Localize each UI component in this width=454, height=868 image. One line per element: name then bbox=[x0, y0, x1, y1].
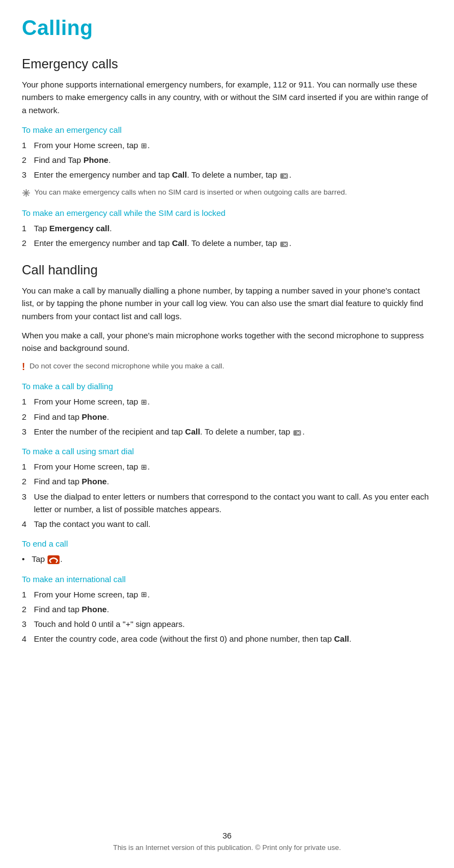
subsection-heading-smart-dial: To make a call using smart dial bbox=[22, 447, 432, 456]
call-handling-para-2: When you make a call, your phone's main … bbox=[22, 329, 432, 355]
step-1: 1 From your Home screen, tap ⊞. bbox=[22, 395, 432, 408]
end-call-steps: • Tap . bbox=[22, 553, 432, 565]
step-2: 2 Find and tap Phone. bbox=[22, 475, 432, 488]
apps-grid-icon: ⊞ bbox=[141, 140, 147, 151]
delete-icon bbox=[280, 171, 288, 180]
section-heading-call-handling: Call handling bbox=[22, 262, 432, 278]
smart-dial-steps: 1 From your Home screen, tap ⊞. 2 Find a… bbox=[22, 460, 432, 530]
footer-copyright: This is an Internet version of this publ… bbox=[0, 843, 454, 852]
delete-icon-3 bbox=[293, 428, 302, 437]
page-footer: 36 This is an Internet version of this p… bbox=[0, 831, 454, 852]
page-container: Calling Emergency calls Your phone suppo… bbox=[0, 0, 454, 684]
international-call-steps: 1 From your Home screen, tap ⊞. 2 Find a… bbox=[22, 588, 432, 646]
subsection-heading-end-call: To end a call bbox=[22, 539, 432, 548]
warning-box-microphone: ! Do not cover the second microphone whi… bbox=[22, 361, 432, 373]
step-3: 3 Enter the emergency number and tap Cal… bbox=[22, 168, 432, 181]
subsection-heading-international: To make an international call bbox=[22, 574, 432, 584]
subsection-heading-emergency-call: To make an emergency call bbox=[22, 125, 432, 134]
section-heading-emergency: Emergency calls bbox=[22, 56, 432, 72]
warning-text: Do not cover the second microphone while… bbox=[30, 361, 224, 372]
step-4: 4 Enter the country code, area code (wit… bbox=[22, 632, 432, 645]
warning-icon: ! bbox=[22, 361, 25, 373]
step-2: 2 Enter the emergency number and tap Cal… bbox=[22, 237, 432, 249]
step-3: 3 Touch and hold 0 until a "+" sign appe… bbox=[22, 618, 432, 630]
tip-icon: ✳ bbox=[22, 187, 30, 200]
step-1: 1 From your Home screen, tap ⊞. bbox=[22, 588, 432, 601]
step-2: 2 Find and Tap Phone. bbox=[22, 154, 432, 166]
end-call-item: • Tap . bbox=[22, 553, 432, 565]
emergency-call-steps: 1 From your Home screen, tap ⊞. 2 Find a… bbox=[22, 139, 432, 181]
delete-icon-2 bbox=[280, 239, 288, 248]
call-handling-para-1: You can make a call by manually dialling… bbox=[22, 284, 432, 322]
step-2: 2 Find and tap Phone. bbox=[22, 603, 432, 615]
step-3: 3 Enter the number of the recipient and … bbox=[22, 425, 432, 438]
end-call-icon bbox=[47, 554, 60, 564]
subsection-heading-sim-locked: To make an emergency call while the SIM … bbox=[22, 208, 432, 218]
page-number: 36 bbox=[0, 831, 454, 840]
step-3: 3 Use the dialpad to enter letters or nu… bbox=[22, 490, 432, 516]
page-title: Calling bbox=[22, 16, 432, 40]
tip-text: You can make emergency calls when no SIM… bbox=[34, 187, 347, 198]
sim-locked-steps: 1 Tap Emergency call. 2 Enter the emerge… bbox=[22, 222, 432, 250]
emergency-intro: Your phone supports international emerge… bbox=[22, 78, 432, 116]
tip-box-emergency: ✳ You can make emergency calls when no S… bbox=[22, 187, 432, 200]
step-1: 1 From your Home screen, tap ⊞. bbox=[22, 460, 432, 473]
step-2: 2 Find and tap Phone. bbox=[22, 410, 432, 423]
step-4: 4 Tap the contact you want to call. bbox=[22, 518, 432, 530]
apps-grid-icon-3: ⊞ bbox=[141, 462, 147, 473]
section-emergency-calls: Emergency calls Your phone supports inte… bbox=[22, 56, 432, 249]
apps-grid-icon-4: ⊞ bbox=[141, 589, 147, 600]
section-call-handling: Call handling You can make a call by man… bbox=[22, 262, 432, 646]
step-1: 1 Tap Emergency call. bbox=[22, 222, 432, 234]
subsection-heading-dialling: To make a call by dialling bbox=[22, 382, 432, 391]
step-1: 1 From your Home screen, tap ⊞. bbox=[22, 139, 432, 151]
apps-grid-icon-2: ⊞ bbox=[141, 397, 147, 408]
dialling-steps: 1 From your Home screen, tap ⊞. 2 Find a… bbox=[22, 395, 432, 438]
